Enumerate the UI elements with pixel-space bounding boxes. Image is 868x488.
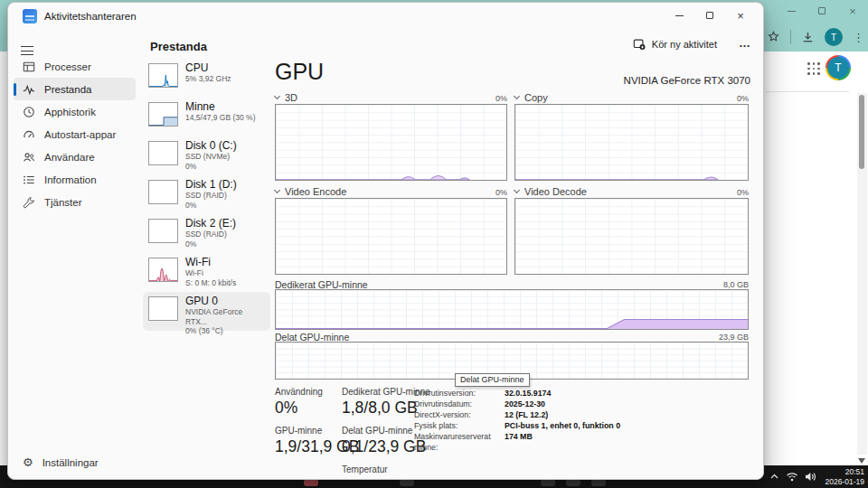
perf-item-disk1[interactable]: Disk 1 (D:)SSD (RAID)0% <box>143 175 270 214</box>
detail-label: Fysisk plats: <box>414 421 505 432</box>
disk0-mini-chart <box>148 141 178 165</box>
chart-3d <box>275 104 507 181</box>
perf-item-disk2[interactable]: Disk 2 (E:)SSD (RAID)0% <box>143 214 270 253</box>
scrollbar-thumb[interactable] <box>859 95 864 169</box>
run-new-task-button[interactable]: Kör ny aktivitet <box>627 35 722 53</box>
maximize-icon <box>706 12 713 19</box>
detail-label: Maskinvarureserverat minne: <box>414 432 505 454</box>
browser-profile-avatar[interactable]: T <box>825 28 843 46</box>
users-icon <box>23 151 35 164</box>
taskbar-app-icon[interactable] <box>541 479 555 486</box>
chart-copy <box>514 104 749 181</box>
sidebar-item-autostart[interactable]: Autostart-appar <box>14 123 136 145</box>
browser-minimize-button[interactable] <box>781 3 801 19</box>
sidebar-item-information[interactable]: Information <box>14 168 136 191</box>
sidebar-item-tjanster[interactable]: Tjänster <box>14 191 136 213</box>
taskbar-app-icon[interactable] <box>400 479 414 486</box>
minimize-icon <box>675 15 684 16</box>
taskbar-app-icon[interactable] <box>591 479 606 486</box>
gpu-panel: GPU NVIDIA GeForce RTX 3070 3D 0% Copy 0… <box>275 55 749 475</box>
stat-label: Temperatur <box>342 465 430 475</box>
scrollbar-down-arrow-icon[interactable] <box>858 458 865 464</box>
sidebar-item-anvandare[interactable]: Användare <box>14 145 136 168</box>
wifi-mini-chart <box>148 258 178 282</box>
detail-value: PCI-buss 1, enhet 0, funktion 0 <box>505 421 620 432</box>
sidebar-item-apphistorik[interactable]: Apphistorik <box>14 100 136 123</box>
close-button[interactable]: × <box>725 3 756 28</box>
run-new-task-icon <box>633 38 646 51</box>
detail-value: 2025-12-30 <box>505 399 545 410</box>
sidebar-item-settings[interactable]: ⚙ Inställningar <box>23 455 99 469</box>
more-options-button[interactable]: … <box>735 36 755 53</box>
perf-item-minne[interactable]: Minne14,5/47,9 GB (30 %) <box>143 98 270 136</box>
gear-icon: ⚙ <box>23 455 33 469</box>
page-scrollbar[interactable] <box>857 93 867 455</box>
performance-list: CPU5% 3,92 GHz Minne14,5/47,9 GB (30 %) … <box>143 59 270 331</box>
stat-value: 36 °C <box>342 476 430 480</box>
memory-mini-chart <box>148 102 178 127</box>
taskbar-clock[interactable]: 20:51 2026-01-19 <box>823 467 864 486</box>
services-icon <box>23 196 35 209</box>
browser-close-button[interactable]: × <box>843 3 863 19</box>
maximize-button[interactable] <box>694 3 725 28</box>
google-apps-icon[interactable] <box>807 62 820 75</box>
cpu-mini-chart <box>148 63 178 88</box>
detail-label: DirectX-version: <box>414 410 505 421</box>
performance-icon <box>23 83 35 96</box>
close-icon: × <box>849 5 856 17</box>
extension-badge-icon[interactable] <box>767 31 780 44</box>
perf-item-cpu[interactable]: CPU5% 3,92 GHz <box>143 59 270 98</box>
gpu-details: Drivrutinsversion:32.0.15.9174 Drivrutin… <box>414 389 620 453</box>
chart-value-video-decode: 0% <box>514 188 749 197</box>
chart-video-decode <box>514 198 749 275</box>
gpu-title: GPU <box>275 59 324 85</box>
tray-chevron-up-icon[interactable] <box>769 473 779 481</box>
details-icon <box>23 174 35 186</box>
disk1-mini-chart <box>148 180 178 204</box>
shared-memory-tooltip: Delat GPU-minne <box>455 373 530 387</box>
wifi-icon[interactable] <box>786 472 798 482</box>
taskbar-app-icon[interactable] <box>304 479 318 486</box>
clock-date: 2026-01-19 <box>826 477 864 487</box>
gpu-mini-chart <box>148 296 178 321</box>
chart-value-copy: 0% <box>514 94 749 103</box>
task-manager-window: Aktivitetshanteraren × Processer Prestan… <box>7 2 764 480</box>
clock-time: 20:51 <box>826 467 864 477</box>
browser-menu-icon[interactable]: ⋮ <box>853 31 864 44</box>
disk2-mini-chart <box>148 219 178 243</box>
chart-dedicated-memory <box>275 289 749 330</box>
sidebar-item-prestanda[interactable]: Prestanda <box>14 78 136 100</box>
perf-item-wifi[interactable]: Wi-FiWi-FiS: 0 M: 0 kbit/s <box>143 253 270 292</box>
page-title: Prestanda <box>150 40 207 53</box>
app-history-icon <box>23 106 35 118</box>
page-divider <box>766 91 849 92</box>
close-icon: × <box>737 10 744 22</box>
taskbar-app-icon[interactable] <box>566 479 580 486</box>
download-icon[interactable] <box>801 31 815 44</box>
detail-value: 174 MB <box>505 432 533 454</box>
chart-value-3d: 0% <box>275 94 507 103</box>
perf-item-disk0[interactable]: Disk 0 (C:)SSD (NVMe)0% <box>143 136 270 175</box>
chart-max-shared-memory: 23,9 GB <box>275 333 749 342</box>
browser-maximize-button[interactable] <box>812 3 832 19</box>
sidebar: Processer Prestanda Apphistorik Autostar… <box>8 30 141 479</box>
processes-icon <box>23 61 35 73</box>
volume-icon[interactable] <box>805 472 816 482</box>
window-title: Aktivitetshanteraren <box>44 11 137 22</box>
detail-label: Drivrutinsdatum: <box>414 399 505 410</box>
google-account-avatar[interactable]: T <box>826 55 851 80</box>
detail-value: 32.0.15.9174 <box>505 389 551 399</box>
chart-video-encode <box>275 198 507 275</box>
task-manager-app-icon <box>23 9 37 23</box>
browser-page: T <box>764 52 868 465</box>
chart-max-dedicated-memory: 8,0 GB <box>275 280 749 289</box>
sidebar-item-processer[interactable]: Processer <box>14 55 136 78</box>
toolbar-divider <box>790 30 791 44</box>
startup-apps-icon <box>23 128 35 141</box>
minimize-button[interactable] <box>664 3 694 28</box>
titlebar[interactable]: Aktivitetshanteraren × <box>8 3 763 30</box>
detail-label: Drivrutinsversion: <box>414 389 505 399</box>
gpu-device-name: NVIDIA GeForce RTX 3070 <box>624 75 750 86</box>
perf-item-gpu0[interactable]: GPU 0NVIDIA GeForce RTX...0% (36 °C) <box>143 292 270 331</box>
detail-value: 12 (FL 12.2) <box>505 410 548 421</box>
